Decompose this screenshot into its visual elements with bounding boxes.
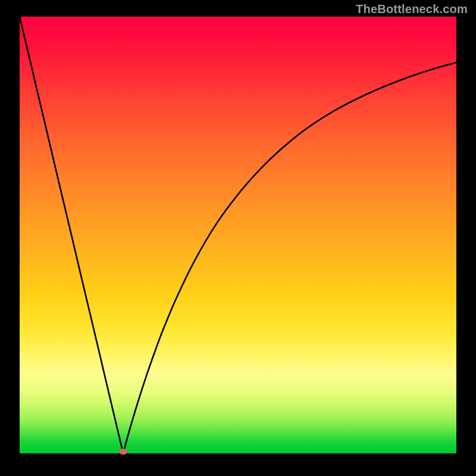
plot-area xyxy=(20,17,456,453)
curve-svg xyxy=(20,17,456,453)
minimum-marker xyxy=(119,449,127,455)
watermark-label: TheBottleneck.com xyxy=(356,2,468,16)
chart-frame: TheBottleneck.com xyxy=(0,0,476,476)
curve-right-branch xyxy=(123,62,456,453)
curve-left-branch xyxy=(20,17,123,453)
